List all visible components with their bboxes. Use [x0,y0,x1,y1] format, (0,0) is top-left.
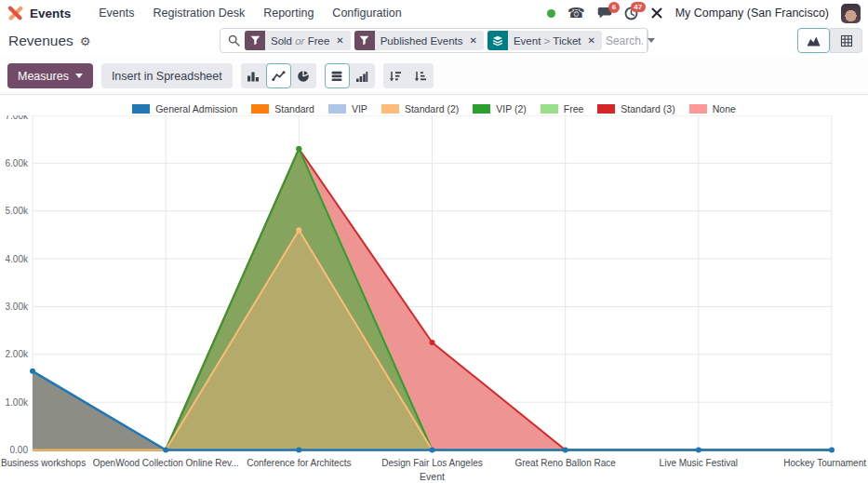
search-facet-groupby[interactable]: Event > Ticket✕ [487,31,602,50]
chart-legend: General AdmissionStandardVIPStandard (2)… [0,95,868,115]
search-facets: Sold or Free✕Published Events✕Event > Ti… [245,31,606,50]
legend-item[interactable]: Free [541,103,584,114]
chart-type-line-button[interactable] [266,63,291,88]
svg-text:6.00k: 6.00k [6,158,29,168]
facet-remove-icon[interactable]: ✕ [587,35,602,46]
svg-text:Hockey Tournament: Hockey Tournament [783,458,866,468]
odoo-events-logo-icon[interactable] [7,6,23,21]
menu-item-configuration[interactable]: Configuration [323,2,410,24]
chart-type-bar-button[interactable] [241,63,266,88]
svg-text:5.00k: 5.00k [6,206,29,216]
legend-label: Standard (3) [621,103,674,114]
search-dropdown-toggle[interactable] [647,29,655,52]
legend-label: Standard (2) [405,103,459,114]
app-window: Events EventsRegistration DeskReportingC… [0,0,868,483]
svg-text:Design Fair Los Angeles: Design Fair Los Angeles [381,458,482,468]
legend-swatch [541,104,558,114]
option-cumulative-button[interactable] [350,63,375,88]
legend-swatch [597,104,615,114]
sort-group [383,63,434,88]
funnel-icon [354,31,375,50]
legend-label: VIP [352,103,367,114]
top-nav: Events EventsRegistration DeskReportingC… [0,0,868,26]
legend-label: Free [564,103,584,114]
gear-icon[interactable]: ⚙ [80,34,91,48]
chart-options-group [325,63,375,88]
svg-text:2.00k: 2.00k [6,349,29,359]
tools-icon[interactable] [650,7,663,20]
company-name[interactable]: My Company (San Francisco) [675,7,829,20]
legend-item[interactable]: VIP (2) [473,103,526,114]
measures-button[interactable]: Measures [7,63,93,88]
sort-descending-button[interactable] [383,63,408,88]
menu-item-events[interactable]: Events [89,2,143,24]
search-input[interactable] [606,34,643,47]
facet-remove-icon[interactable]: ✕ [335,35,350,46]
layers-icon [487,31,508,50]
facet-remove-icon[interactable]: ✕ [469,35,484,46]
legend-swatch [473,104,490,114]
legend-swatch [381,104,399,114]
legend-item[interactable]: Standard (3) [597,103,674,114]
legend-label: None [713,103,736,114]
svg-text:Live Music Festival: Live Music Festival [660,458,738,468]
view-switcher [797,28,862,53]
svg-text:Business workshops: Business workshops [1,458,86,468]
svg-text:7.00k: 7.00k [6,115,29,121]
menu-item-registration-desk[interactable]: Registration Desk [144,2,255,24]
user-avatar[interactable] [841,4,861,23]
sort-ascending-button[interactable] [408,63,434,88]
top-menus: EventsRegistration DeskReportingConfigur… [89,2,410,24]
legend-item[interactable]: None [689,103,736,114]
view-switch-pivot[interactable] [830,28,862,53]
option-stacked-button[interactable] [325,63,350,88]
chart-type-group [241,63,316,88]
svg-text:Event: Event [420,471,445,482]
legend-swatch [132,104,150,114]
messages-badge: 6 [608,2,619,13]
legend-swatch [689,104,707,114]
insert-in-spreadsheet-button[interactable]: Insert in Spreadsheet [101,63,233,88]
svg-text:3.00k: 3.00k [6,302,29,312]
online-status-dot [547,9,555,18]
svg-text:1.00k: 1.00k [6,397,29,408]
chart-type-pie-button[interactable] [291,63,316,88]
menu-item-reporting[interactable]: Reporting [254,2,323,24]
svg-text:OpenWood Collection Online Rev: OpenWood Collection Online Rev... [93,458,239,468]
facet-label: Event > Ticket [508,35,587,47]
activities-badge: 47 [631,2,646,13]
legend-label: Standard [274,103,314,114]
systray: ☎ 6 47 My Company (San Francisco) [547,4,861,23]
facet-label: Published Events [375,35,469,47]
legend-item[interactable]: VIP [328,103,367,114]
search-facet-filter[interactable]: Sold or Free✕ [245,31,351,50]
legend-item[interactable]: Standard (2) [381,103,459,114]
revenue-chart[interactable]: 0.001.00k2.00k3.00k4.00k5.00k6.00k7.00kB… [0,115,868,483]
svg-text:0.00: 0.00 [10,445,29,455]
page-title: Revenues ⚙ [8,33,90,49]
chevron-down-icon [75,74,83,78]
svg-text:Great Reno Ballon Race: Great Reno Ballon Race [514,458,616,468]
activities-icon[interactable]: 47 [624,7,638,20]
legend-label: General Admission [155,103,237,114]
view-switch-graph[interactable] [797,28,830,53]
messages-icon[interactable]: 6 [597,7,612,20]
svg-text:4.00k: 4.00k [6,254,29,264]
page-title-text: Revenues [8,33,73,49]
legend-swatch [328,104,346,114]
legend-swatch [251,104,269,114]
control-panel: Revenues ⚙ Sold or Free✕Published Events… [0,26,868,58]
measures-label: Measures [18,70,69,83]
svg-text:Conference for Architects: Conference for Architects [247,458,351,468]
legend-item[interactable]: General Admission [132,103,237,114]
graph-toolbar: Measures Insert in Spreadsheet [0,58,868,95]
search-icon [220,34,245,47]
facet-label: Sold or Free [265,35,335,47]
search-facet-filter[interactable]: Published Events✕ [354,31,484,50]
legend-label: VIP (2) [496,103,526,114]
search-bar[interactable]: Sold or Free✕Published Events✕Event > Ti… [220,28,648,53]
phone-icon[interactable]: ☎ [568,7,585,20]
chart-area: General AdmissionStandardVIPStandard (2)… [0,95,868,483]
legend-item[interactable]: Standard [251,103,314,114]
app-name: Events [30,7,71,20]
